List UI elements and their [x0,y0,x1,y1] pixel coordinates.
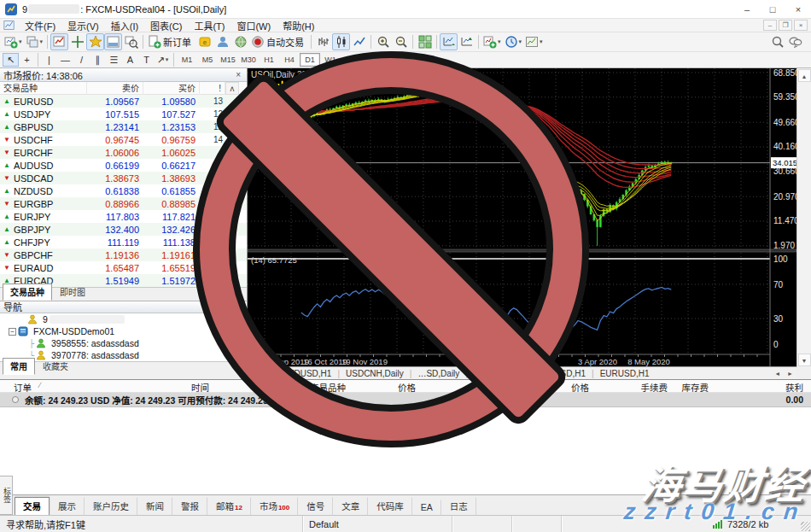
menu-item[interactable]: 窗口(W) [230,21,277,32]
line-chart-button[interactable] [350,33,368,50]
scroll-down-icon[interactable]: ▼ [798,354,811,366]
timeframe-w1-button[interactable]: W1 [320,53,341,67]
terminal-tab-市场[interactable]: 市场100 [251,497,298,515]
menu-item[interactable]: 图表(C) [144,21,188,32]
dropdown-arrow-icon[interactable]: ▾ [19,38,22,45]
market-watch-column-header[interactable]: 卖价 [87,82,143,95]
chart-tabs-left-icon[interactable]: ◄ [771,371,784,377]
channel-button[interactable]: ∥ [90,53,106,67]
terminal-tab-日志[interactable]: 日志 [441,497,476,515]
terminal-column-4[interactable]: 价格 [571,381,589,394]
timeframe-h1-button[interactable]: H1 [259,53,279,67]
quote-row-gbpjpy[interactable]: ▲GBPJPY132.400132.426 [0,223,247,236]
price-chart[interactable]: 68.85059.35049.66040.16030.66020.97011.4… [248,68,796,366]
child-minimize-button[interactable]: – [763,20,777,31]
timeframe-m1-button[interactable]: M1 [177,53,197,67]
indicators-button[interactable]: ▾ [481,33,503,50]
chart-tabs-right-icon[interactable]: ► [784,371,796,377]
minimize-button[interactable]: – [734,0,760,19]
trendline-button[interactable]: / [73,53,90,67]
chat-button[interactable] [786,33,804,50]
quote-row-gbpchf[interactable]: ▼GBPCHF1.191361.19161 [0,248,247,261]
quote-row-eurjpy[interactable]: ▲EURJPY117.803117.821 [0,210,247,223]
templates-button[interactable]: ▾ [523,33,545,50]
terminal-column-0[interactable]: 订单 [14,381,32,394]
terminal-tab-邮箱[interactable]: 邮箱12 [207,497,251,515]
quote-row-euraud[interactable]: ▼EURAUD1.654871.65519 [0,261,247,274]
quote-row-usdchf[interactable]: ▼USDCHF0.967450.9675914 [0,133,247,146]
auto-scroll-button[interactable] [440,33,458,50]
terminal-column-3[interactable]: 价格 [398,381,416,394]
dropdown-arrow-icon[interactable]: ▾ [166,56,169,63]
chart-tab[interactable]: NZDUSD,H1 [277,369,337,378]
menu-item[interactable]: 显示(V) [61,21,105,32]
menu-item[interactable]: 工具(T) [188,21,230,32]
chart-menu-icon[interactable] [3,20,15,31]
terminal-tab-文章[interactable]: 文章 [333,497,368,515]
new-chart-button[interactable]: ▾ [3,33,24,50]
dropdown-arrow-icon[interactable]: ▾ [519,38,522,45]
chart-scrollbar[interactable]: ▲ ▼ [796,68,811,367]
chart-tab[interactable]: …1 [249,369,275,378]
timeframe-m5-button[interactable]: M5 [197,53,218,67]
zoom-in-button[interactable] [374,33,392,50]
terminal-column-7[interactable]: 获利 [785,381,803,394]
market-watch-scroll-up-icon[interactable]: ˄ [225,82,239,95]
chart-tab[interactable]: XAUUSD,H1 [531,369,592,378]
menu-item[interactable]: 文件(F) [19,21,61,32]
terminal-button[interactable] [104,33,122,50]
market-watch-column-header[interactable]: 买价 [143,82,200,95]
periods-button[interactable]: ▾ [503,33,524,50]
timeframe-d1-button[interactable]: D1 [300,53,320,67]
terminal-column-5[interactable]: 手续费 [641,381,668,394]
terminal-tab-代码库[interactable]: 代码库 [368,497,412,515]
market-watch-column-header[interactable]: 交易品种 [0,82,87,95]
navigator-item[interactable]: 9 [0,313,247,325]
bar-chart-button[interactable] [314,33,332,50]
zoom-out-button[interactable] [392,33,410,50]
text-button[interactable]: A [122,53,138,67]
quote-row-eurusd[interactable]: ▲EURUSD1.095671.0958013 [0,95,247,108]
label-button[interactable]: T [138,53,155,67]
quote-row-usdjpy[interactable]: ▲USDJPY107.515107.52712 [0,108,247,120]
profiles-button[interactable]: ▾ [24,33,45,50]
chart-shift-button[interactable] [458,33,476,50]
tile-windows-button[interactable] [416,33,434,50]
status-profile[interactable]: Default [303,516,452,532]
terminal-tab-EA[interactable]: EA [412,500,441,515]
menu-item[interactable]: 插入(I) [105,21,144,32]
market-watch-button[interactable] [50,33,68,50]
metaeditor-button[interactable]: e [195,33,213,50]
navigator-tab-常用[interactable]: 常用 [3,358,35,375]
dropdown-arrow-icon[interactable]: ▾ [498,38,501,45]
quote-row-nzdusd[interactable]: ▲NZDUSD0.618380.61855 [0,184,247,197]
dropdown-arrow-icon[interactable]: ▾ [540,38,543,45]
chart-tab[interactable]: EURUSD,H1 [594,369,656,378]
search-button[interactable] [768,33,786,50]
terminal-column-2[interactable]: 交易品种 [310,381,346,394]
market-watch-close-icon[interactable]: × [233,70,243,79]
tree-expander-icon[interactable]: − [9,328,16,336]
terminal-column-6[interactable]: 库存费 [682,381,709,394]
close-button[interactable]: × [785,0,811,19]
new-order-button[interactable]: 新订单 [146,33,195,50]
navigator-button[interactable] [86,33,104,50]
menu-item[interactable]: 帮助(H) [277,21,320,32]
navigator-tab-收藏夹[interactable]: 收藏夹 [35,358,76,375]
terminal-tab-账户历史[interactable]: 账户历史 [85,497,137,515]
quote-row-eurchf[interactable]: ▼EURCHF1.060061.06025 [0,146,247,159]
terminal-column-1[interactable]: 时间 [191,381,209,394]
terminal-tab-展示[interactable]: 展示 [50,497,85,515]
terminal-tab-交易[interactable]: 交易 [15,497,50,515]
terminal-tab-新闻[interactable]: 新闻 [137,497,172,515]
timeframe-m30-button[interactable]: M30 [238,53,259,67]
terminal-tab-警报[interactable]: 警报 [172,497,207,515]
autotrading-button[interactable]: 自动交易 [249,33,308,50]
crosshair-button[interactable]: + [19,53,35,67]
scroll-up-icon[interactable]: ▲ [798,69,811,82]
cursor-button[interactable]: ↖ [3,53,19,67]
market-watch-tab-交易品种[interactable]: 交易品种 [3,284,52,301]
data-window-button[interactable] [68,33,86,50]
candlestick-button[interactable] [332,33,350,50]
shapes-button[interactable]: ↗▾ [155,53,171,67]
